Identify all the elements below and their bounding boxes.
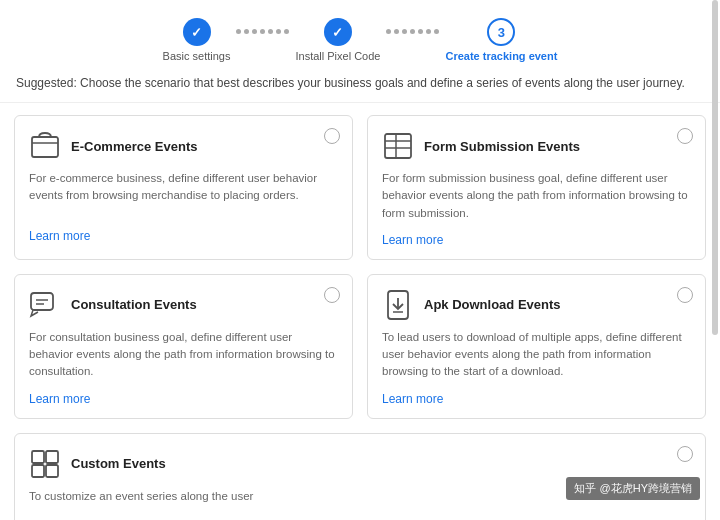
dot xyxy=(402,29,407,34)
ecommerce-icon xyxy=(29,130,61,162)
step-2-label: Install Pixel Code xyxy=(295,50,380,62)
card-custom-header: Custom Events xyxy=(29,448,691,480)
dot xyxy=(268,29,273,34)
svg-rect-6 xyxy=(31,293,53,310)
consultation-icon xyxy=(29,289,61,321)
dot xyxy=(244,29,249,34)
dot xyxy=(426,29,431,34)
svg-rect-2 xyxy=(385,134,411,158)
card-form-submission[interactable]: Form Submission Events For form submissi… xyxy=(367,115,706,260)
card-custom[interactable]: Custom Events To customize an event seri… xyxy=(14,433,706,521)
svg-rect-15 xyxy=(46,465,58,477)
step-dots-2 xyxy=(380,29,445,52)
step-basic-settings: ✓ Basic settings xyxy=(163,18,231,62)
scrollbar[interactable] xyxy=(712,0,718,335)
dot xyxy=(386,29,391,34)
dot xyxy=(434,29,439,34)
stepper: ✓ Basic settings ✓ Install Pixel Code xyxy=(0,0,720,70)
svg-rect-14 xyxy=(32,465,44,477)
card-ecommerce-header: E-Commerce Events xyxy=(29,130,338,162)
card-form-radio[interactable] xyxy=(677,128,693,144)
card-apk-header: Apk Download Events xyxy=(382,289,691,321)
dot xyxy=(284,29,289,34)
card-consultation-title: Consultation Events xyxy=(71,297,197,312)
step-3-label: Create tracking event xyxy=(445,50,557,62)
step-dots-1 xyxy=(230,29,295,52)
suggestion-text: Suggested: Choose the scenario that best… xyxy=(0,70,720,103)
card-consultation-learn-more[interactable]: Learn more xyxy=(29,392,90,406)
card-consultation-header: Consultation Events xyxy=(29,289,338,321)
dot xyxy=(410,29,415,34)
dot xyxy=(276,29,281,34)
card-form-header: Form Submission Events xyxy=(382,130,691,162)
step-1-circle: ✓ xyxy=(183,18,211,46)
card-ecommerce-learn-more[interactable]: Learn more xyxy=(29,229,90,243)
card-ecommerce-desc: For e-commerce business, define differen… xyxy=(29,170,338,218)
card-form-learn-more[interactable]: Learn more xyxy=(382,233,443,247)
svg-rect-12 xyxy=(32,451,44,463)
dot xyxy=(260,29,265,34)
step-1-label: Basic settings xyxy=(163,50,231,62)
card-apk-desc: To lead users to download of multiple ap… xyxy=(382,329,691,381)
svg-rect-0 xyxy=(32,137,58,157)
card-custom-radio[interactable] xyxy=(677,446,693,462)
step-install-pixel: ✓ Install Pixel Code xyxy=(295,18,380,62)
card-form-desc: For form submission business goal, defin… xyxy=(382,170,691,222)
step-3-circle: 3 xyxy=(487,18,515,46)
card-custom-title: Custom Events xyxy=(71,456,166,471)
svg-rect-13 xyxy=(46,451,58,463)
event-cards-grid: E-Commerce Events For e-commerce busines… xyxy=(0,115,720,419)
card-apk-radio[interactable] xyxy=(677,287,693,303)
card-apk-title: Apk Download Events xyxy=(424,297,561,312)
card-ecommerce-title: E-Commerce Events xyxy=(71,139,197,154)
card-consultation[interactable]: Consultation Events For consultation bus… xyxy=(14,274,353,419)
card-ecommerce-radio[interactable] xyxy=(324,128,340,144)
step-create-tracking: 3 Create tracking event xyxy=(445,18,557,62)
apk-icon xyxy=(382,289,414,321)
card-consultation-desc: For consultation business goal, define d… xyxy=(29,329,338,381)
form-icon xyxy=(382,130,414,162)
card-ecommerce[interactable]: E-Commerce Events For e-commerce busines… xyxy=(14,115,353,260)
card-apk-download[interactable]: Apk Download Events To lead users to dow… xyxy=(367,274,706,419)
card-form-title: Form Submission Events xyxy=(424,139,580,154)
card-consultation-radio[interactable] xyxy=(324,287,340,303)
dot xyxy=(252,29,257,34)
step-2-circle: ✓ xyxy=(324,18,352,46)
card-apk-learn-more[interactable]: Learn more xyxy=(382,392,443,406)
dot xyxy=(236,29,241,34)
card-custom-desc: To customize an event series along the u… xyxy=(29,488,691,521)
custom-icon xyxy=(29,448,61,480)
dot xyxy=(418,29,423,34)
dot xyxy=(394,29,399,34)
